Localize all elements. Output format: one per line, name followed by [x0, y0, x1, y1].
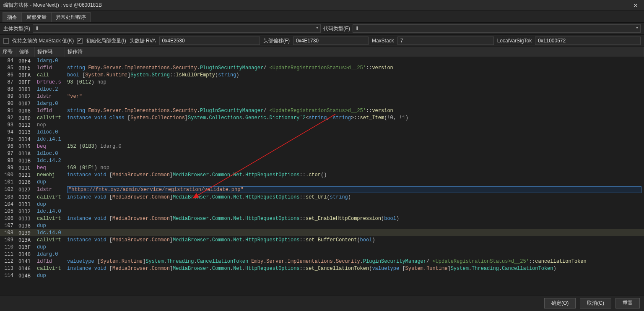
- keep-maxstack-label: 保持之前的 MaxStack 值(K): [12, 37, 74, 44]
- title-bar: 编辑方法体 - MoveNext() : void @0600181B ✕: [0, 0, 644, 11]
- table-row[interactable]: 1130146callvirtinstance void [MediaBrows…: [0, 265, 644, 272]
- window-title: 编辑方法体 - MoveNext() : void @0600181B: [3, 2, 102, 9]
- localvarsigtok-label: LocalVarSigTok: [497, 38, 532, 44]
- table-row[interactable]: 1080139ldc.i4.0: [0, 229, 644, 236]
- table-row[interactable]: 8500F5ldfldstring Emby.Server.Implementa…: [0, 64, 644, 71]
- table-row[interactable]: 880101ldloc.2: [0, 86, 644, 93]
- table-row[interactable]: 940113ldloc.0: [0, 128, 644, 136]
- rva-input[interactable]: [159, 37, 260, 45]
- keep-maxstack-checkbox[interactable]: [3, 38, 9, 44]
- footer: 确定(O) 取消(C) 重置: [0, 295, 644, 311]
- ok-button[interactable]: 确定(O): [544, 298, 576, 308]
- table-row[interactable]: 110013Fdup: [0, 243, 644, 251]
- table-row[interactable]: 109013Acallvirtinstance void [MediaBrows…: [0, 236, 644, 243]
- table-row[interactable]: 1120141ldfldvaluetype [System.Runtime]Sy…: [0, 258, 644, 265]
- maxstack-input[interactable]: [397, 37, 494, 45]
- table-row[interactable]: 900107ldarg.0: [0, 100, 644, 107]
- table-row[interactable]: 114014Bdup: [0, 272, 644, 279]
- instruction-grid[interactable]: 序号 偏移 操作码 操作符 8400F4ldarg.08500F5ldfldst…: [0, 47, 644, 295]
- table-row[interactable]: 1060133callvirtinstance void [MediaBrows…: [0, 215, 644, 222]
- rva-label: 头数据 RVA: [130, 37, 156, 44]
- form-row-flags: 保持之前的 MaxStack 值(K) 初始化局部变量(I) 头数据 RVA 头…: [0, 35, 644, 47]
- col-operand[interactable]: 操作符: [65, 47, 644, 57]
- table-row[interactable]: 99011Cbeq169 (01E1) nop: [0, 164, 644, 171]
- code-type-label: 代码类型(E): [323, 25, 350, 32]
- table-row[interactable]: 97011Aldloc.0: [0, 150, 644, 157]
- table-row[interactable]: 1070138dup: [0, 222, 644, 229]
- tab-局部变量[interactable]: 局部变量: [22, 12, 51, 22]
- tab-异常处理程序[interactable]: 异常处理程序: [51, 12, 91, 22]
- table-row[interactable]: 910108ldfldstring Emby.Server.Implementa…: [0, 107, 644, 114]
- table-row[interactable]: 1000121newobjinstance void [MediaBrowser…: [0, 171, 644, 178]
- col-offset[interactable]: 偏移: [16, 47, 34, 57]
- table-row[interactable]: 8400F4ldarg.0: [0, 57, 644, 65]
- table-row[interactable]: 890102ldstr"ver": [0, 93, 644, 100]
- init-locals-checkbox[interactable]: [77, 38, 83, 44]
- init-locals-label: 初始化局部变量(I): [86, 37, 126, 44]
- operand-edit-input[interactable]: [68, 187, 433, 193]
- table-row[interactable]: 8600FAcallbool [System.Runtime]System.St…: [0, 71, 644, 78]
- table-row[interactable]: 8700FFbrtrue.s93 (0112) nop: [0, 78, 644, 86]
- header-offset-label: 头部偏移(F): [263, 37, 290, 44]
- cancel-button[interactable]: 取消(C): [580, 298, 611, 308]
- maxstack-label: MaxStack: [372, 38, 394, 44]
- localvarsigtok-input[interactable]: [535, 37, 641, 45]
- tab-strip: 指令局部变量异常处理程序: [0, 11, 644, 23]
- body-type-label: 主体类型(B): [3, 25, 30, 32]
- table-row[interactable]: 1010126dup: [0, 178, 644, 186]
- code-type-select[interactable]: IL: [353, 24, 641, 33]
- table-row[interactable]: 950114ldc.i4.1: [0, 136, 644, 143]
- table-row[interactable]: 1050132ldc.i4.0: [0, 208, 644, 215]
- form-row-types: 主体类型(B) IL 代码类型(E) IL: [0, 23, 644, 35]
- table-row[interactable]: 92010Dcallvirtinstance void class [Syste…: [0, 114, 644, 121]
- reset-button[interactable]: 重置: [615, 298, 640, 308]
- table-row[interactable]: 1020127ldstr: [0, 186, 644, 193]
- table-row[interactable]: 1110140ldarg.0: [0, 251, 644, 258]
- close-icon[interactable]: ✕: [631, 2, 641, 9]
- col-index[interactable]: 序号: [0, 47, 16, 57]
- tab-指令[interactable]: 指令: [3, 12, 22, 22]
- header-offset-input[interactable]: [293, 37, 369, 45]
- table-row[interactable]: 960115beq152 (01B3) ldarg.0: [0, 143, 644, 150]
- table-row[interactable]: 103012Ccallvirtinstance void [MediaBrows…: [0, 193, 644, 201]
- table-row[interactable]: 1040131dup: [0, 201, 644, 208]
- table-row[interactable]: 930112nop: [0, 121, 644, 128]
- col-opcode[interactable]: 操作码: [34, 47, 65, 57]
- table-row[interactable]: 98011Bldc.i4.2: [0, 157, 644, 164]
- body-type-select[interactable]: IL: [33, 24, 321, 33]
